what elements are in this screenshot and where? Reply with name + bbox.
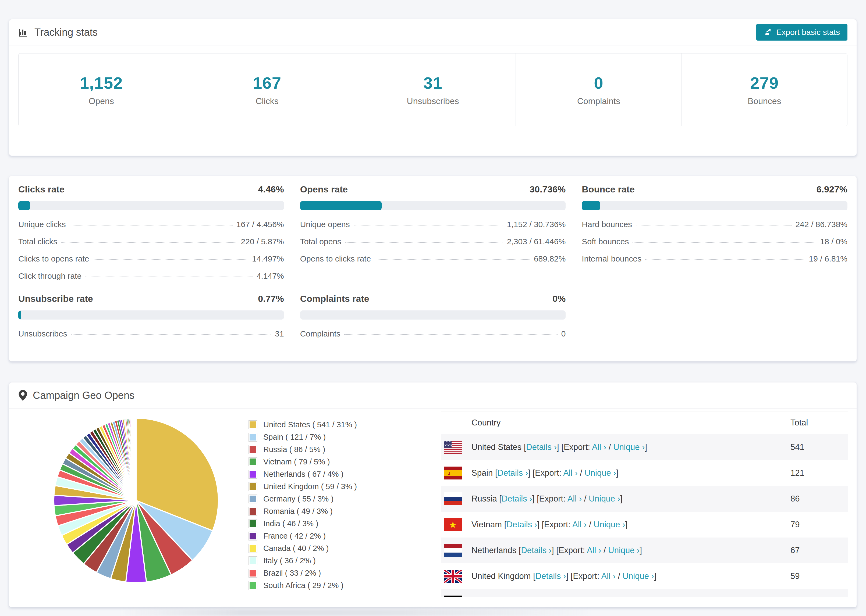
legend-item-brazil[interactable]: Brazil ( 33 / 2% ) [249, 569, 357, 578]
legend-item-netherlands[interactable]: Netherlands ( 67 / 4% ) [249, 470, 357, 479]
details-link[interactable]: Details › [521, 545, 552, 555]
legend-swatch [249, 482, 257, 491]
rate-row: Total clicks220 / 5.87% [18, 237, 284, 246]
legend-swatch-color [250, 421, 256, 428]
dotted-leader [70, 225, 233, 225]
country-cell: Spain [Details ›] [Export: All › / Uniqu… [471, 468, 618, 478]
legend-item-italy[interactable]: Italy ( 36 / 2% ) [249, 556, 357, 565]
rate-progress-bar [300, 310, 566, 319]
legend-item-germany[interactable]: Germany ( 55 / 3% ) [249, 495, 357, 503]
rate-value: 0% [553, 294, 565, 304]
dotted-leader [375, 259, 530, 260]
legend-item-russia[interactable]: Russia ( 86 / 5% ) [249, 445, 357, 454]
country-cell: United Kingdom [Details ›] [Export: All … [471, 571, 657, 581]
legend-item-france[interactable]: France ( 42 / 2% ) [249, 532, 357, 541]
legend-item-spain[interactable]: Spain ( 121 / 7% ) [249, 433, 357, 442]
export-all-link[interactable]: All › [572, 520, 587, 529]
table-row-vn: Vietnam [Details ›] [Export: All › / Uni… [441, 512, 848, 537]
rate-head: Unsubscribe rate0.77% [18, 294, 284, 304]
export-all-link[interactable]: All › [592, 442, 606, 452]
export-unique-link[interactable]: Unique › [589, 494, 620, 503]
rate-row: Soft bounces18 / 0% [582, 237, 847, 246]
table-row-es: Spain [Details ›] [Export: All › / Uniqu… [441, 460, 848, 486]
details-link[interactable]: Details › [498, 468, 528, 478]
geo-table-header-row: Country Total [441, 411, 848, 434]
export-all-link[interactable]: All › [567, 494, 582, 503]
legend-item-romania[interactable]: Romania ( 49 / 3% ) [249, 507, 357, 516]
rate-value: 0.77% [258, 294, 284, 304]
dotted-leader [93, 259, 248, 260]
geo-pie-legend: United States ( 541 / 31% )Spain ( 121 /… [249, 420, 357, 590]
legend-swatch-color [250, 520, 256, 527]
legend-swatch [249, 569, 257, 578]
export-unique-link[interactable]: Unique › [608, 545, 639, 555]
legend-label: Vietnam ( 79 / 5% ) [263, 457, 330, 466]
details-link[interactable]: Details › [535, 571, 566, 581]
tracking-stats-panel: Tracking stats Export basic stats 1,152O… [9, 19, 857, 156]
legend-swatch [249, 445, 257, 454]
legend-item-india[interactable]: India ( 46 / 3% ) [249, 519, 357, 528]
export-unique-link[interactable]: Unique › [613, 442, 645, 452]
export-all-link[interactable]: All › [587, 545, 601, 555]
legend-item-united-kingdom[interactable]: United Kingdom ( 59 / 3% ) [249, 482, 357, 491]
export-all-link[interactable]: All › [601, 571, 615, 581]
dotted-leader [645, 259, 805, 260]
legend-item-vietnam[interactable]: Vietnam ( 79 / 5% ) [249, 457, 357, 466]
rate-row-value: 0 [561, 329, 566, 338]
geo-opens-pie-chart[interactable] [50, 415, 222, 586]
legend-item-south-africa[interactable]: South Africa ( 29 / 2% ) [249, 581, 357, 590]
rate-row-label: Unsubscribes [18, 329, 67, 338]
details-link[interactable]: Details › [526, 442, 557, 452]
legend-swatch [249, 532, 257, 541]
stat-value: 167 [253, 73, 281, 93]
stat-cell: 0Complaints [516, 53, 681, 126]
rate-section-opens-rate: Opens rate30.736%Unique opens1,152 / 30.… [300, 184, 566, 281]
rate-rows: Hard bounces242 / 86.738%Soft bounces18 … [582, 220, 847, 263]
rate-row-label: Soft bounces [582, 237, 629, 246]
export-basic-stats-button[interactable]: Export basic stats [756, 24, 847, 41]
legend-swatch-color [250, 483, 256, 490]
legend-swatch-color [250, 570, 256, 577]
bar-chart-icon [18, 27, 29, 38]
rate-head: Complaints rate0% [300, 294, 566, 304]
dotted-leader [61, 242, 237, 243]
dotted-leader [85, 277, 253, 277]
export-unique-link[interactable]: Unique › [584, 468, 616, 478]
legend-swatch-color [250, 434, 256, 440]
legend-swatch-color [250, 496, 256, 502]
export-icon [764, 28, 772, 36]
legend-label: Netherlands ( 67 / 4% ) [263, 470, 343, 479]
rate-row: Complaints0 [300, 329, 566, 338]
legend-item-canada[interactable]: Canada ( 40 / 2% ) [249, 544, 357, 553]
country-cell: Vietnam [Details ›] [Export: All › / Uni… [471, 520, 627, 530]
export-unique-link[interactable]: Unique › [623, 571, 654, 581]
legend-swatch [249, 581, 257, 590]
stat-label: Opens [89, 96, 114, 106]
rate-row-value: 4.147% [257, 272, 284, 281]
details-link[interactable]: Details › [506, 520, 537, 529]
legend-swatch [249, 507, 257, 516]
legend-swatch [249, 544, 257, 553]
legend-label: United Kingdom ( 59 / 3% ) [263, 482, 357, 491]
details-link[interactable]: Details › [502, 494, 532, 503]
rate-progress-bar [18, 201, 284, 210]
table-row-de: Germany [Details ›] [Export: All › / Uni… [441, 589, 848, 597]
rate-row-value: 167 / 4.456% [236, 220, 284, 229]
export-all-link[interactable]: All › [563, 468, 578, 478]
total-cell: 121 [790, 468, 805, 478]
rate-head: Opens rate30.736% [300, 184, 566, 195]
rate-row-label: Total clicks [18, 237, 57, 246]
rate-row: Clicks to opens rate14.497% [18, 254, 284, 263]
rate-row: Internal bounces19 / 6.81% [582, 254, 847, 263]
column-header-country: Country [471, 418, 501, 427]
stat-cell: 167Clicks [184, 53, 350, 126]
rate-row-value: 31 [275, 329, 284, 338]
legend-swatch-color [250, 558, 256, 564]
legend-swatch-color [250, 446, 256, 453]
stat-cell: 31Unsubscribes [350, 53, 516, 126]
rate-row-value: 19 / 6.81% [809, 254, 847, 263]
legend-item-united-states[interactable]: United States ( 541 / 31% ) [249, 420, 357, 429]
legend-swatch-color [250, 471, 256, 478]
flag-icon-ru [444, 492, 462, 505]
export-unique-link[interactable]: Unique › [594, 520, 625, 529]
